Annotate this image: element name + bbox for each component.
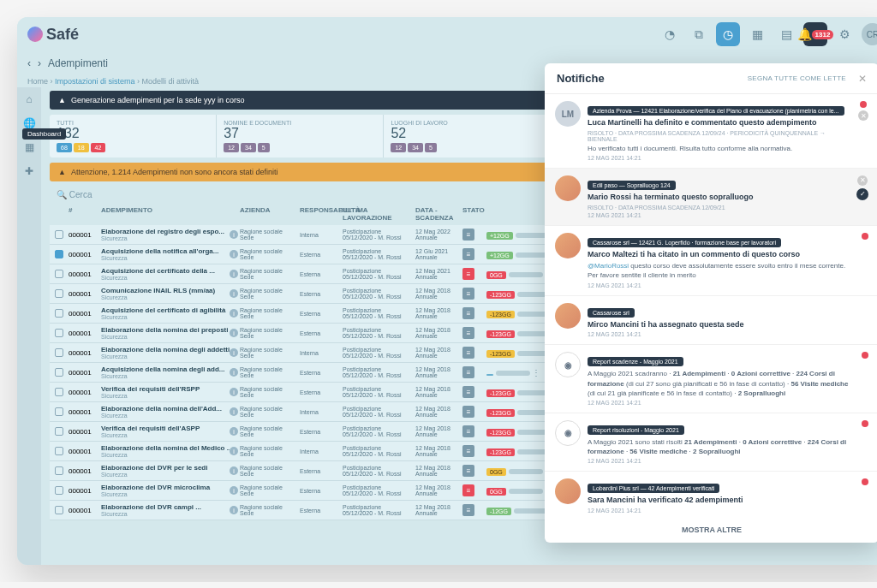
status-icon: ≡ — [462, 445, 474, 457]
back-icon[interactable]: ‹ — [27, 57, 31, 69]
row-checkbox[interactable] — [55, 230, 63, 239]
info-icon[interactable]: i — [230, 427, 238, 436]
status-icon: ≡ — [462, 504, 474, 516]
sidebar: ⌂ 🌐 ▦ ✚ — [17, 87, 41, 565]
row-checkbox[interactable] — [55, 506, 63, 514]
status-icon: ≡ — [462, 484, 474, 496]
user-avatar[interactable]: CR — [862, 23, 877, 45]
unread-dot-icon — [860, 101, 867, 108]
status-icon: ≡ — [462, 248, 474, 260]
notif-item[interactable]: Cassarose srl — 12421 G. Loperfido · for… — [545, 226, 877, 296]
home-icon[interactable]: ⌂ — [21, 91, 38, 108]
info-icon[interactable]: i — [230, 250, 238, 258]
page-title: Adempimenti — [48, 57, 108, 69]
notif-avatar — [555, 175, 581, 201]
info-icon[interactable]: i — [230, 466, 238, 475]
info-icon[interactable]: i — [230, 486, 238, 495]
calendar-icon[interactable]: ▦ — [745, 22, 769, 46]
row-checkbox[interactable] — [55, 466, 63, 475]
dismiss-icon[interactable]: ✕ — [858, 110, 868, 121]
row-checkbox[interactable] — [55, 329, 63, 337]
info-icon[interactable]: i — [230, 368, 238, 377]
info-icon[interactable]: i — [230, 309, 238, 318]
notif-list: LMAzienda Prova — 12421 Elaborazione/ver… — [545, 94, 877, 517]
info-icon[interactable]: i — [230, 407, 238, 416]
notifications-panel: Notifiche SEGNA TUTTE COME LETTE ✕ LMAzi… — [545, 63, 877, 543]
notif-header: Notifiche SEGNA TUTTE COME LETTE ✕ — [545, 63, 877, 94]
chart-icon[interactable]: ◔ — [658, 22, 682, 46]
notif-badge: 1312 — [812, 30, 834, 39]
notif-item[interactable]: LMAzienda Prova — 12421 Elaborazione/ver… — [545, 94, 877, 169]
row-checkbox[interactable] — [55, 486, 63, 495]
row-checkbox[interactable] — [55, 289, 63, 298]
info-icon[interactable]: i — [230, 270, 238, 278]
gear-icon[interactable]: ⚙ — [832, 22, 856, 46]
unread-dot-icon — [862, 352, 868, 359]
status-icon: ≡ — [462, 386, 474, 398]
info-icon[interactable]: i — [230, 348, 238, 357]
row-checkbox[interactable] — [55, 427, 63, 436]
clock-icon[interactable]: ◷ — [716, 22, 740, 46]
info-icon[interactable]: i — [230, 506, 238, 514]
row-menu-icon[interactable]: ⋮ — [532, 368, 540, 377]
row-checkbox[interactable] — [55, 250, 63, 258]
status-icon: ≡ — [462, 406, 474, 418]
plus-icon[interactable]: ✚ — [21, 163, 38, 180]
sidebar-tooltip: Dashboard — [22, 128, 66, 140]
unread-dot-icon — [862, 233, 868, 240]
status-icon: ≡ — [462, 268, 474, 280]
info-icon[interactable]: i — [230, 289, 238, 298]
status-icon: ≡ — [462, 229, 474, 241]
notif-avatar: ◉ — [555, 420, 581, 446]
copy-icon[interactable]: ⧉ — [687, 22, 711, 46]
row-checkbox[interactable] — [55, 388, 63, 396]
brand-logo[interactable]: Safé — [27, 26, 79, 44]
status-icon: ≡ — [462, 307, 474, 319]
status-icon: ≡ — [462, 347, 474, 359]
topbar: Safé ◔ ⧉ ◷ ▦ ▤ 🔔1312 ⚙ CR — [17, 17, 877, 51]
heart-icon — [27, 27, 43, 42]
row-checkbox[interactable] — [55, 309, 63, 318]
status-icon: ≡ — [462, 465, 474, 477]
notif-item[interactable]: ◉Report risoluzioni - Maggio 2021A Maggi… — [545, 413, 877, 472]
status-icon: ≡ — [462, 327, 474, 339]
notif-item[interactable]: ◉Report scadenze - Maggio 2021A Maggio 2… — [545, 345, 877, 413]
info-icon[interactable]: i — [230, 447, 238, 455]
unread-dot-icon — [862, 420, 868, 427]
paper-icon[interactable]: ▤ — [774, 22, 798, 46]
topbar-icons: ◔ ⧉ ◷ ▦ ▤ 🔔1312 ⚙ CR — [658, 22, 877, 46]
notif-title: Notifiche — [557, 72, 605, 85]
row-checkbox[interactable] — [55, 407, 63, 416]
info-icon[interactable]: i — [230, 329, 238, 337]
status-icon: ≡ — [462, 425, 474, 437]
bell-icon[interactable]: 🔔1312 — [803, 22, 827, 46]
row-checkbox[interactable] — [55, 368, 63, 377]
unread-dot-icon — [862, 478, 868, 485]
app-window: Safé ◔ ⧉ ◷ ▦ ▤ 🔔1312 ⚙ CR ‹ › Adempiment… — [17, 17, 877, 565]
brand-name: Safé — [46, 26, 79, 44]
notif-avatar: LM — [555, 101, 581, 127]
status-icon: ≡ — [462, 288, 474, 300]
row-checkbox[interactable] — [55, 348, 63, 357]
grid-icon[interactable]: ▦ — [21, 139, 38, 156]
notif-avatar — [555, 233, 581, 258]
notif-item[interactable]: Lobardini Plus srl — 42 Adempimenti veri… — [545, 472, 877, 517]
status-icon: ≡ — [462, 366, 474, 378]
row-checkbox[interactable] — [55, 447, 63, 455]
notif-avatar — [555, 303, 581, 329]
notif-item[interactable]: Edil paso — Sopralluogo 124Mario Rossi h… — [545, 169, 877, 226]
row-checkbox[interactable] — [55, 270, 63, 278]
notif-item[interactable]: Cassarose srlMirco Mancini ti ha assegna… — [545, 296, 877, 346]
check-icon[interactable]: ✓ — [856, 188, 868, 200]
notif-avatar: ◉ — [555, 352, 581, 377]
dismiss-icon[interactable]: ✕ — [857, 175, 868, 186]
show-more-button[interactable]: MOSTRA ALTRE — [545, 517, 877, 543]
forward-icon[interactable]: › — [38, 57, 41, 69]
notif-avatar — [555, 478, 581, 504]
info-icon[interactable]: i — [230, 230, 238, 239]
mark-all-read[interactable]: SEGNA TUTTE COME LETTE — [748, 74, 846, 82]
info-icon[interactable]: i — [230, 388, 238, 396]
close-icon[interactable]: ✕ — [858, 73, 867, 85]
